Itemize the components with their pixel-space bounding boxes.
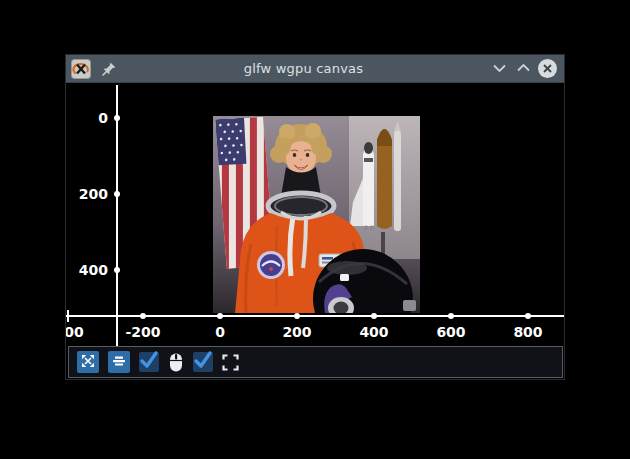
x-tick-label: 400 (344, 323, 404, 341)
shade-button[interactable] (490, 60, 508, 78)
window-title: glfw wgpu canvas (117, 61, 490, 76)
x-tick-dot (371, 313, 377, 319)
close-icon (542, 59, 553, 78)
center-button[interactable] (108, 351, 130, 373)
astronaut-image (213, 116, 420, 313)
plot-toolbar (68, 346, 563, 378)
chevron-up-icon (516, 59, 531, 78)
x-tick-label: 600 (421, 323, 481, 341)
checkmark-icon (139, 350, 159, 374)
pin-icon[interactable] (101, 61, 117, 77)
x-tick-dot (217, 313, 223, 319)
x-tick-dot (294, 313, 300, 319)
x-app-icon (71, 59, 91, 79)
mouse-icon (168, 352, 184, 373)
window-titlebar[interactable]: glfw wgpu canvas (66, 55, 564, 83)
y-tick-dot (114, 115, 120, 121)
maximize-button[interactable] (514, 60, 532, 78)
glfw-wgpu-window: glfw wgpu canvas (65, 54, 565, 380)
x-tick-dot (448, 313, 454, 319)
x-tick-label: 200 (267, 323, 327, 341)
y-axis-line (116, 85, 118, 347)
expand-arrows-icon (81, 353, 95, 372)
maintain-aspect-checkbox[interactable] (193, 352, 213, 372)
x-tick-dot (525, 313, 531, 319)
x-tick-label: 0 (190, 323, 250, 341)
chevron-down-icon (492, 59, 507, 78)
fullscreen-icon (222, 354, 239, 371)
y-tick-label: 200 (66, 184, 108, 204)
center-lines-icon (112, 353, 126, 372)
x-tick-mark (67, 310, 69, 322)
close-button[interactable] (538, 59, 557, 78)
y-tick-dot (114, 267, 120, 273)
x-tick-label: 00 (66, 323, 104, 341)
y-tick-label: 400 (66, 260, 108, 280)
x-tick-label: -200 (113, 323, 173, 341)
y-tick-dot (114, 191, 120, 197)
autoscale-button[interactable] (77, 351, 99, 373)
x-tick-dot (140, 313, 146, 319)
controller-checkbox[interactable] (139, 352, 159, 372)
plot-canvas[interactable]: 0 200 400 00 -200 0 200 400 600 800 (66, 83, 564, 379)
checkmark-icon (193, 350, 213, 374)
y-tick-label: 0 (66, 108, 108, 128)
titlebar-controls (490, 59, 557, 78)
x-tick-label: 800 (498, 323, 558, 341)
